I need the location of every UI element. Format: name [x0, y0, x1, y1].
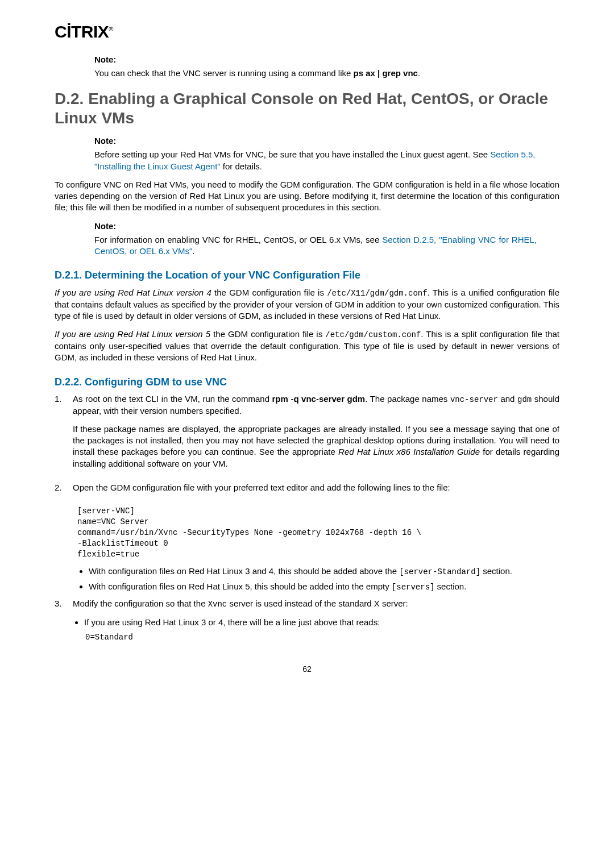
note-label: Note: — [94, 135, 537, 147]
step-text: Modify the configuration so that the Xvn… — [73, 598, 559, 610]
step-number: 3. — [55, 598, 73, 648]
step-text: Open the GDM configuration file with you… — [73, 482, 559, 493]
note-label: Note: — [94, 221, 537, 232]
body-paragraph: If you are using Red Hat Linux version 4… — [55, 287, 559, 322]
page-number: 62 — [55, 664, 559, 675]
ordered-step-2: 2. Open the GDM configuration file with … — [55, 482, 559, 500]
note-text: For information on enabling VNC for RHEL… — [94, 234, 537, 258]
ordered-step-3: 3. Modify the configuration so that the … — [55, 598, 559, 648]
citrix-logo: CİTRIX® — [55, 20, 559, 44]
note-label: Note: — [94, 54, 537, 65]
step-number: 1. — [55, 393, 73, 476]
bullet-item: If you are using Red Hat Linux 3 or 4, t… — [84, 617, 559, 628]
note-text: Before setting up your Red Hat VMs for V… — [94, 149, 537, 172]
body-paragraph: To configure VNC on Red Hat VMs, you nee… — [55, 179, 559, 214]
body-paragraph: If you are using Red Hat Linux version 5… — [55, 329, 559, 363]
code-block: [server-VNC] name=VNC Server command=/us… — [77, 506, 559, 559]
note-text: You can check that the VNC server is run… — [94, 68, 537, 79]
bullet-item: With configuration files on Red Hat Linu… — [89, 581, 559, 593]
step-number: 2. — [55, 482, 73, 500]
section-heading-d2: D.2. Enabling a Graphical Console on Red… — [55, 89, 559, 127]
subsection-heading-d-2-2: D.2.2. Configuring GDM to use VNC — [55, 375, 559, 389]
step-text: As root on the text CLI in the VM, run t… — [73, 393, 559, 417]
subsection-heading-d-2-1: D.2.1. Determining the Location of your … — [55, 268, 559, 282]
bullet-item: With configuration files on Red Hat Linu… — [89, 566, 559, 578]
code-block: 0=Standard — [85, 632, 559, 643]
ordered-step-1: 1. As root on the text CLI in the VM, ru… — [55, 393, 559, 476]
step-text: If these package names are displayed, th… — [73, 423, 559, 470]
